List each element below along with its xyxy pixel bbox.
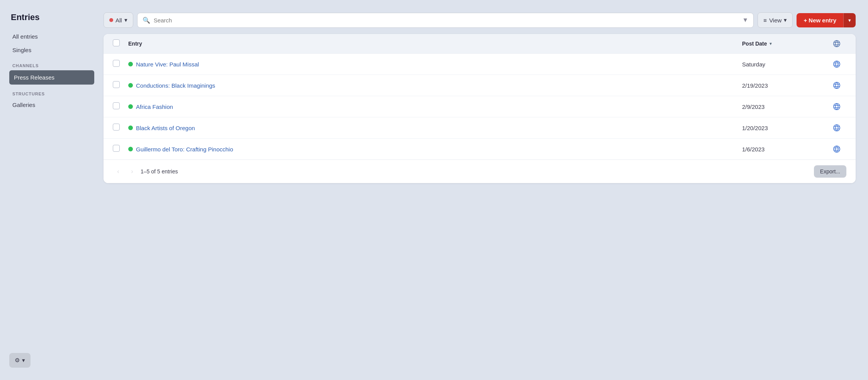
entry-cell-3: Black Artists of Oregon — [128, 125, 742, 131]
post-date-col-label: Post Date — [742, 41, 767, 47]
entry-name-1[interactable]: Conductions: Black Imaginings — [136, 82, 215, 89]
all-filter-button[interactable]: All ▾ — [104, 12, 133, 28]
svg-point-3 — [834, 103, 840, 110]
svg-point-1 — [834, 61, 840, 68]
svg-point-5 — [834, 146, 840, 153]
entry-status-dot-4 — [128, 147, 133, 151]
toolbar: All ▾ 🔍 ▼ ≡ View ▾ + New entry ▾ — [104, 12, 856, 28]
row-checkbox-col — [113, 145, 128, 153]
date-cell-1: 2/19/2023 — [742, 82, 827, 89]
table-row: Conductions: Black Imaginings 2/19/2023 — [104, 75, 856, 96]
table-header: Entry Post Date ▾ — [104, 34, 856, 54]
view-button[interactable]: ≡ View ▾ — [758, 12, 793, 28]
row-checkbox-1[interactable] — [113, 81, 120, 88]
entry-name-0[interactable]: Nature Vive: Paul Missal — [136, 61, 199, 68]
sidebar: Entries All entries Singles CHANNELS Pre… — [9, 12, 94, 368]
view-label: View — [769, 17, 781, 24]
table-row: Black Artists of Oregon 1/20/2023 — [104, 117, 856, 139]
entry-col-label: Entry — [128, 41, 142, 47]
entry-cell-2: Africa Fashion — [128, 103, 742, 110]
sidebar-title: Entries — [9, 12, 94, 22]
pagination-info: 1–5 of 5 entries — [141, 168, 178, 175]
sidebar-item-press-releases[interactable]: Press Releases — [9, 70, 94, 85]
settings-button[interactable]: ⚙ ▾ — [9, 353, 31, 368]
row-checkbox-0[interactable] — [113, 60, 120, 67]
entry-status-dot-2 — [128, 104, 133, 109]
header-checkbox-col — [113, 39, 128, 48]
entry-cell-0: Nature Vive: Paul Missal — [128, 61, 742, 68]
table-row: Nature Vive: Paul Missal Saturday — [104, 54, 856, 75]
table-row: Guillermo del Toro: Crafting Pinocchio 1… — [104, 139, 856, 159]
settings-caret-icon: ▾ — [22, 357, 25, 364]
new-entry-dropdown-button[interactable]: ▾ — [843, 13, 856, 27]
entry-name-3[interactable]: Black Artists of Oregon — [136, 125, 195, 131]
main-content: All ▾ 🔍 ▼ ≡ View ▾ + New entry ▾ — [104, 12, 856, 368]
export-button[interactable]: Export... — [814, 165, 846, 178]
channels-section-label: CHANNELS — [9, 57, 94, 70]
status-dot-icon — [109, 18, 113, 22]
globe-icon-3 — [832, 124, 841, 132]
table-row: Africa Fashion 2/9/2023 — [104, 96, 856, 117]
date-cell-0: Saturday — [742, 61, 827, 68]
globe-cell-1 — [827, 81, 846, 90]
sidebar-item-singles[interactable]: Singles — [9, 44, 94, 56]
date-cell-2: 2/9/2023 — [742, 103, 827, 110]
globe-header-icon — [832, 39, 841, 48]
sidebar-footer: ⚙ ▾ — [9, 344, 94, 368]
sidebar-nav: All entries Singles CHANNELS Press Relea… — [9, 30, 94, 112]
new-entry-caret-icon: ▾ — [848, 17, 851, 23]
row-checkbox-col — [113, 102, 128, 111]
row-checkbox-4[interactable] — [113, 145, 120, 152]
post-date-column-header[interactable]: Post Date ▾ — [742, 41, 827, 47]
row-checkbox-col — [113, 124, 128, 132]
search-input[interactable] — [137, 13, 754, 28]
post-date-sort-icon[interactable]: ▾ — [769, 41, 772, 46]
all-filter-label: All — [116, 17, 122, 24]
entry-name-2[interactable]: Africa Fashion — [136, 103, 173, 110]
pagination: ‹ › 1–5 of 5 entries — [113, 166, 178, 177]
all-filter-caret-icon: ▾ — [124, 17, 127, 24]
row-checkbox-2[interactable] — [113, 102, 120, 109]
view-icon: ≡ — [763, 17, 767, 24]
entry-cell-4: Guillermo del Toro: Crafting Pinocchio — [128, 146, 742, 153]
row-checkbox-col — [113, 81, 128, 90]
prev-page-button[interactable]: ‹ — [113, 166, 124, 177]
entry-status-dot-1 — [128, 83, 133, 88]
next-page-button[interactable]: › — [127, 166, 138, 177]
structures-section-label: STRUCTURES — [9, 85, 94, 98]
entry-status-dot-3 — [128, 126, 133, 130]
sidebar-item-galleries[interactable]: Galleries — [9, 98, 94, 111]
entry-cell-1: Conductions: Black Imaginings — [128, 82, 742, 89]
svg-point-0 — [834, 41, 840, 47]
globe-cell-3 — [827, 124, 846, 132]
view-caret-icon: ▾ — [784, 17, 787, 24]
entry-name-4[interactable]: Guillermo del Toro: Crafting Pinocchio — [136, 146, 233, 153]
sidebar-item-all-entries[interactable]: All entries — [9, 30, 94, 43]
globe-icon-1 — [832, 81, 841, 90]
table-footer: ‹ › 1–5 of 5 entries Export... — [104, 159, 856, 183]
globe-cell-0 — [827, 60, 846, 68]
row-checkbox-3[interactable] — [113, 124, 120, 131]
globe-icon-0 — [832, 60, 841, 68]
svg-point-2 — [834, 82, 840, 89]
new-entry-button[interactable]: + New entry — [797, 13, 843, 27]
filter-icon[interactable]: ▼ — [742, 17, 749, 24]
globe-cell-4 — [827, 145, 846, 153]
row-checkbox-col — [113, 60, 128, 68]
entries-table-card: Entry Post Date ▾ — [104, 34, 856, 183]
select-all-checkbox[interactable] — [113, 39, 120, 46]
globe-column-header — [827, 39, 846, 48]
entry-column-header: Entry — [128, 40, 742, 47]
globe-icon-2 — [832, 102, 841, 111]
date-cell-3: 1/20/2023 — [742, 125, 827, 131]
new-entry-button-group: + New entry ▾ — [797, 13, 856, 27]
svg-point-4 — [834, 125, 840, 131]
globe-cell-2 — [827, 102, 846, 111]
globe-icon-4 — [832, 145, 841, 153]
table-body: Nature Vive: Paul Missal Saturday Conduc… — [104, 54, 856, 159]
entry-status-dot-0 — [128, 62, 133, 66]
gear-icon: ⚙ — [15, 357, 20, 364]
search-icon: 🔍 — [143, 17, 150, 24]
date-cell-4: 1/6/2023 — [742, 146, 827, 153]
search-container: 🔍 ▼ — [137, 13, 754, 28]
